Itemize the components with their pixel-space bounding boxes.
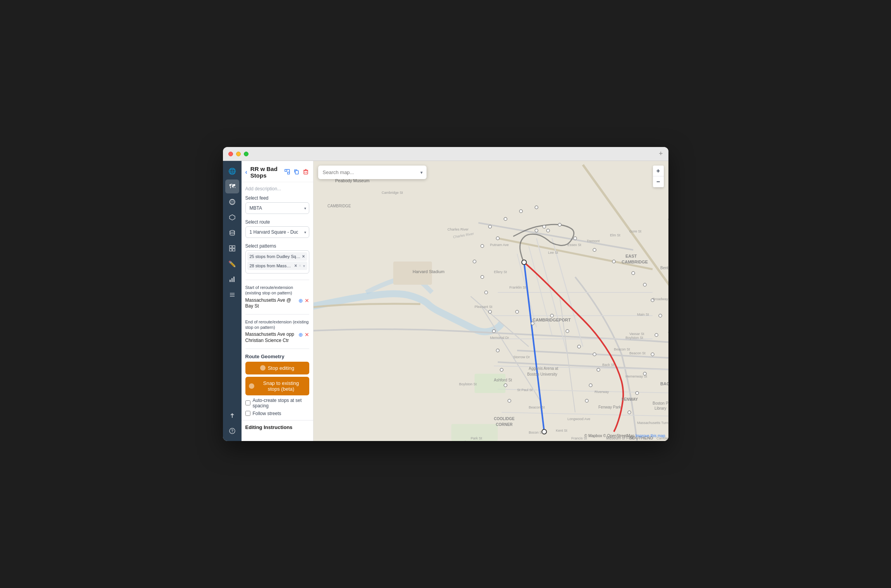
reroute-start-icons: ⊕ ✕	[298, 297, 309, 304]
auto-create-checkbox[interactable]	[245, 400, 250, 405]
svg-rect-5	[233, 246, 235, 248]
svg-text:Boylston St: Boylston St	[625, 336, 643, 340]
svg-marker-2	[230, 215, 235, 220]
map-search-input[interactable]	[318, 166, 416, 179]
config-title: RR w Bad Stops	[250, 166, 281, 179]
pattern-tag-2-remove[interactable]: ×	[294, 263, 297, 268]
maximize-button[interactable]	[244, 152, 248, 156]
svg-point-58	[488, 310, 492, 313]
svg-point-3	[230, 231, 235, 232]
expand-icon[interactable]	[284, 168, 291, 176]
reroute-end-icons: ⊕ ✕	[298, 332, 309, 338]
feed-select[interactable]: MBTA	[245, 202, 309, 214]
reroute-end-remove-icon[interactable]: ✕	[305, 332, 309, 338]
svg-text:rop Rd: rop Rd	[455, 440, 466, 441]
svg-text:Storrow Dr: Storrow Dr	[513, 355, 530, 359]
feed-select-wrapper: MBTA ▾	[245, 202, 309, 214]
sidebar-item-layers[interactable]	[225, 195, 239, 209]
svg-text:COOLIDGE: COOLIDGE	[494, 417, 515, 421]
divider-1	[245, 280, 309, 280]
svg-point-87	[543, 225, 546, 228]
svg-point-88	[535, 229, 538, 232]
sidebar-item-chart[interactable]	[225, 272, 239, 286]
pattern-tag-2-clear[interactable]: ×	[298, 263, 301, 268]
svg-text:Hemenway St: Hemenway St	[625, 374, 648, 378]
svg-rect-21	[304, 171, 308, 174]
copy-icon[interactable]	[293, 168, 300, 176]
svg-text:Beacon St: Beacon St	[529, 405, 545, 409]
svg-text:?: ?	[231, 429, 233, 433]
follow-streets-label: Follow streets	[253, 411, 281, 416]
svg-rect-20	[295, 171, 298, 174]
divider-3	[245, 349, 309, 349]
reroute-start-locate-icon[interactable]: ⊕	[298, 297, 303, 304]
sidebar-item-pencil[interactable]: ✏️	[225, 257, 239, 271]
route-select[interactable]: 1 Harvard Square - Dudley Station	[245, 226, 309, 238]
sidebar-item-map[interactable]: 🗺	[225, 179, 239, 193]
close-button[interactable]	[228, 152, 233, 156]
map-search-bar: ▾	[318, 166, 427, 179]
editing-instructions: Editing Instructions	[242, 420, 313, 434]
svg-point-59	[492, 330, 495, 333]
svg-text:Elm St: Elm St	[610, 233, 620, 237]
map-zoom-controls: + −	[653, 166, 664, 187]
delete-icon[interactable]	[302, 168, 309, 176]
app-window: + 🌐 🗺	[223, 147, 668, 441]
reroute-end-locate-icon[interactable]: ⊕	[298, 332, 303, 338]
stop-editing-label: Stop editing	[268, 365, 295, 371]
pattern-dropdown-arrow[interactable]: ▾	[303, 264, 305, 268]
reroute-start-section: Start of reroute/extension (existing sto…	[245, 285, 309, 309]
sidebar-item-globe[interactable]: 🌐	[225, 164, 239, 178]
svg-point-79	[550, 314, 553, 317]
snap-stops-button[interactable]: Snap to existing stops (beta)	[245, 377, 309, 395]
svg-text:Charles River: Charles River	[447, 227, 469, 231]
zoom-out-button[interactable]: −	[653, 176, 664, 187]
pattern-tag-1-text: 25 stops from Dudley Square to ...	[250, 254, 301, 259]
svg-text:Beacon St: Beacon St	[614, 347, 630, 351]
route-section: Select route 1 Harvard Square - Dudley S…	[245, 219, 309, 238]
svg-text:Memorial Dr: Memorial Dr	[490, 336, 509, 340]
sidebar-item-grid[interactable]	[225, 241, 239, 255]
sidebar-item-list[interactable]	[225, 288, 239, 302]
add-description-link[interactable]: Add description...	[245, 186, 309, 191]
stop-editing-button[interactable]: Stop editing	[245, 362, 309, 374]
svg-point-57	[485, 291, 488, 294]
sidebar-item-database[interactable]	[225, 226, 239, 240]
reroute-start-remove-icon[interactable]: ✕	[305, 297, 309, 304]
svg-text:Tremont: Tremont	[587, 239, 600, 243]
pattern-tag-1-remove[interactable]: ×	[302, 254, 305, 259]
pattern-tag-1: 25 stops from Dudley Square to ... ×	[247, 252, 307, 261]
svg-text:Fenway Park: Fenway Park	[598, 405, 621, 409]
svg-text:Agganis Arena at: Agganis Arena at	[529, 366, 558, 371]
svg-point-81	[577, 345, 581, 348]
sidebar-item-help[interactable]: ?	[225, 424, 239, 438]
feed-section: Select feed MBTA ▾	[245, 195, 309, 214]
svg-point-80	[566, 330, 569, 333]
reroute-end-stop: Massachusetts Ave opp Christian Science …	[245, 332, 297, 344]
svg-point-61	[500, 368, 503, 371]
snap-stops-icon	[249, 383, 254, 389]
map-search-dropdown-icon[interactable]: ▾	[416, 170, 427, 175]
svg-text:CORNER: CORNER	[496, 422, 513, 427]
svg-point-56	[481, 275, 484, 279]
sidebar-item-share[interactable]	[225, 409, 239, 422]
osm-attribution: © OpenStreetMap	[603, 434, 636, 438]
back-button[interactable]: ‹	[245, 169, 247, 176]
follow-streets-checkbox[interactable]	[245, 411, 250, 416]
reroute-start-label: Start of reroute/extension (existing sto…	[245, 285, 309, 296]
minimize-button[interactable]	[236, 152, 241, 156]
zoom-in-button[interactable]: +	[653, 166, 664, 176]
new-tab-button[interactable]: +	[659, 150, 663, 158]
svg-line-41	[502, 412, 668, 416]
svg-text:CAMBRIDGE: CAMBRIDGE	[622, 260, 648, 264]
svg-point-85	[585, 399, 588, 402]
header-actions	[284, 168, 309, 176]
improve-map-link[interactable]: Improve this map	[636, 434, 665, 438]
sidebar-item-network[interactable]	[225, 210, 239, 224]
svg-text:Park St: Park St	[471, 436, 482, 440]
svg-text:WEST...: WEST...	[668, 332, 668, 336]
svg-point-73	[651, 353, 654, 356]
main-panel: ‹ RR w Bad Stops	[242, 161, 668, 441]
svg-point-53	[496, 237, 499, 240]
svg-text:Library: Library	[655, 406, 667, 410]
